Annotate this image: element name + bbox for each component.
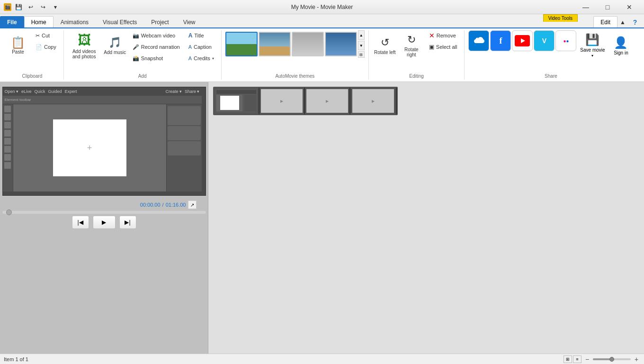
storyboard-view-btn[interactable]: ⊞ [564, 355, 572, 363]
theme-scroll-up[interactable]: ▲ [358, 30, 365, 40]
scrubber-track[interactable] [2, 211, 206, 214]
frame-preview-4: ▶ [352, 89, 394, 113]
storyboard-area[interactable]: ▶ ▶ ▶ [208, 82, 644, 364]
onedrive-button[interactable] [468, 30, 489, 51]
prev-frame-btn[interactable]: |◀ [72, 216, 89, 229]
zoom-in-btn[interactable]: + [633, 355, 640, 363]
status-bar: Item 1 of 1 ⊞ ≡ − + [0, 354, 644, 364]
zoom-out-btn[interactable]: − [583, 355, 591, 363]
editing-small-col: ✕ Remove ▣ Select all [426, 30, 461, 52]
timeline-view-btn[interactable]: ≡ [573, 355, 581, 363]
add-music-button[interactable]: 🎵 Add music [103, 30, 127, 61]
tab-animations[interactable]: Animations [54, 16, 96, 27]
copy-icon: 📄 [36, 44, 42, 50]
title-button[interactable]: A Title [185, 30, 217, 41]
redo-quick-btn[interactable]: ↪ [38, 2, 48, 12]
timeline-area: 00:00.00 / 01:16.00 ↗ |◀ ▶ ▶| [2, 199, 206, 231]
ps-toolbar: Element toolbar [3, 96, 202, 104]
save-quick-btn[interactable]: 💾 [13, 2, 24, 12]
youtube-button[interactable] [512, 30, 533, 51]
film-frame-4[interactable]: ▶ [350, 88, 396, 114]
zoom-fill [593, 358, 612, 360]
ribbon-group-add: 🖼 Add videos and photos 🎵 Add music 📷 We… [64, 30, 222, 80]
ps-body: + [3, 104, 202, 191]
theme-list [225, 32, 357, 56]
quick-access-dropdown[interactable]: ▾ [50, 2, 61, 12]
expand-preview-btn[interactable]: ↗ [188, 200, 197, 209]
remove-button[interactable]: ✕ Remove [426, 30, 461, 41]
automovie-content: ▲ ▼ ⊟ [225, 30, 365, 71]
webcam-button[interactable]: 📷 Webcam video [129, 30, 183, 41]
share-label: Share [465, 73, 637, 79]
credits-button[interactable]: A Credits ▾ [185, 53, 217, 64]
rotate-right-button[interactable]: ↻ Rotate right [399, 30, 424, 61]
minimize-btn[interactable]: — [575, 0, 597, 14]
paste-button[interactable]: 📋 Paste [5, 30, 31, 61]
youtube-icon [515, 35, 530, 46]
tab-home[interactable]: Home [24, 16, 54, 27]
add-videos-button[interactable]: 🖼 Add videos and photos [68, 30, 101, 61]
theme-3[interactable] [292, 32, 324, 56]
snapshot-button[interactable]: 📸 Snapshot [129, 53, 183, 64]
snapshot-icon: 📸 [133, 55, 139, 62]
help-btn[interactable]: ? [630, 17, 640, 27]
tab-edit[interactable]: Edit [593, 16, 617, 27]
window-controls: — □ ✕ [575, 0, 640, 14]
editing-content: ↺ Rotate left ↻ Rotate right ✕ Remove [373, 30, 461, 71]
ps-preview-window: Open ▾ eLive Quick Guided Expert Create … [3, 87, 202, 191]
tab-project[interactable]: Project [144, 16, 176, 27]
theme-scroll-expand[interactable]: ⊟ [358, 51, 365, 58]
zoom-track[interactable] [593, 358, 631, 360]
scrubber-thumb[interactable] [6, 209, 12, 215]
title-icon: A [188, 32, 193, 39]
ribbon: File Home Animations Visual Effects Proj… [0, 14, 644, 82]
rotate-buttons: ↺ Rotate left ↻ Rotate right [373, 30, 424, 61]
share-icons: f V ●● [468, 30, 576, 51]
close-btn[interactable]: ✕ [618, 0, 640, 14]
ribbon-tabs-row: File Home Animations Visual Effects Proj… [0, 14, 593, 27]
maximize-btn[interactable]: □ [597, 0, 618, 14]
play-pause-btn[interactable]: ▶ [93, 216, 116, 229]
theme-scroll-down[interactable]: ▼ [358, 41, 365, 50]
theme-2[interactable] [259, 32, 291, 56]
vimeo-button[interactable]: V [534, 30, 555, 51]
item-count: Item 1 of 1 [4, 356, 28, 362]
film-frame-2[interactable]: ▶ [259, 88, 305, 114]
select-all-button[interactable]: ▣ Select all [426, 42, 461, 52]
facebook-button[interactable]: f [490, 30, 511, 51]
flickr-button[interactable]: ●● [555, 30, 576, 51]
film-frame-1[interactable] [214, 88, 259, 114]
ribbon-collapse-btn[interactable]: ▲ [617, 17, 628, 27]
theme-1[interactable] [225, 32, 258, 56]
view-buttons: ⊞ ≡ [564, 355, 581, 363]
theme-4[interactable] [325, 32, 357, 56]
rotate-col: ↺ Rotate left ↻ Rotate right [373, 30, 424, 61]
undo-quick-btn[interactable]: ↩ [26, 2, 36, 12]
copy-button[interactable]: 📄 Copy [32, 42, 60, 52]
onedrive-icon [473, 35, 484, 46]
tab-file[interactable]: File [0, 16, 24, 27]
credits-dropdown-arrow: ▾ [212, 56, 214, 61]
window-title: My Movie - Movie Maker [291, 4, 353, 10]
rotate-left-icon: ↺ [381, 36, 389, 49]
next-frame-btn[interactable]: ▶| [119, 216, 136, 229]
rotate-left-button[interactable]: ↺ Rotate left [373, 30, 397, 61]
title-bar: 🎬 💾 ↩ ↪ ▾ My Movie - Movie Maker — □ ✕ [0, 0, 644, 14]
narration-button[interactable]: 🎤 Record narration [129, 42, 183, 52]
save-movie-icon: 💾 [585, 33, 599, 46]
remove-icon: ✕ [429, 32, 435, 39]
zoom-thumb[interactable] [609, 357, 614, 362]
time-display: 00:00.00 / 01:16.00 ↗ [2, 200, 206, 209]
tab-visual-effects[interactable]: Visual Effects [96, 16, 144, 27]
editing-label: Editing [369, 73, 465, 79]
cut-button[interactable]: ✂ Cut [32, 30, 60, 41]
save-movie-button[interactable]: 💾 Save movie ▾ [578, 30, 607, 61]
share-content: f V ●● [468, 30, 633, 71]
caption-button[interactable]: A Caption [185, 42, 217, 52]
zoom-slider: − + [583, 355, 640, 363]
film-frame-3[interactable]: ▶ [305, 88, 350, 114]
tab-view[interactable]: View [176, 16, 203, 27]
webcam-icon: 📷 [133, 33, 139, 39]
sign-in-button[interactable]: 👤 Sign in [608, 30, 633, 61]
vimeo-icon: V [542, 37, 546, 45]
